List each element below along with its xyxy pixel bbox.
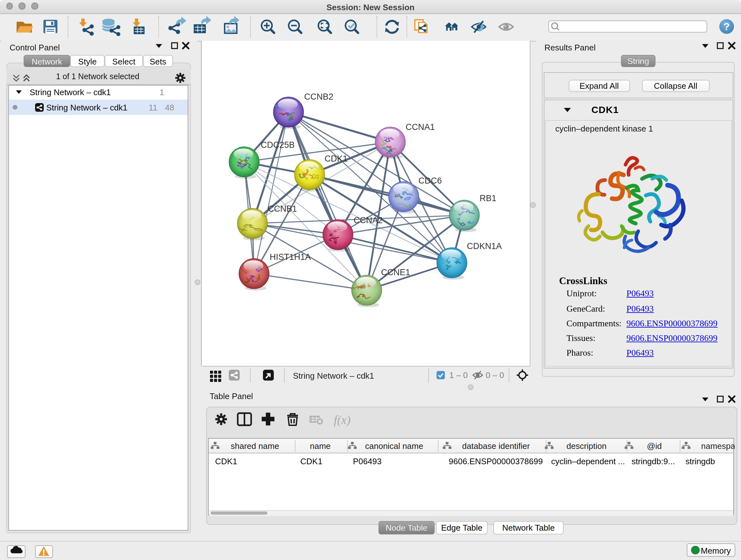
- svg-text:1 – 0: 1 – 0: [449, 370, 468, 380]
- svg-text:0 – 0: 0 – 0: [486, 370, 504, 380]
- svg-text:f(x): f(x): [334, 413, 351, 427]
- svg-text:?: ?: [724, 21, 730, 32]
